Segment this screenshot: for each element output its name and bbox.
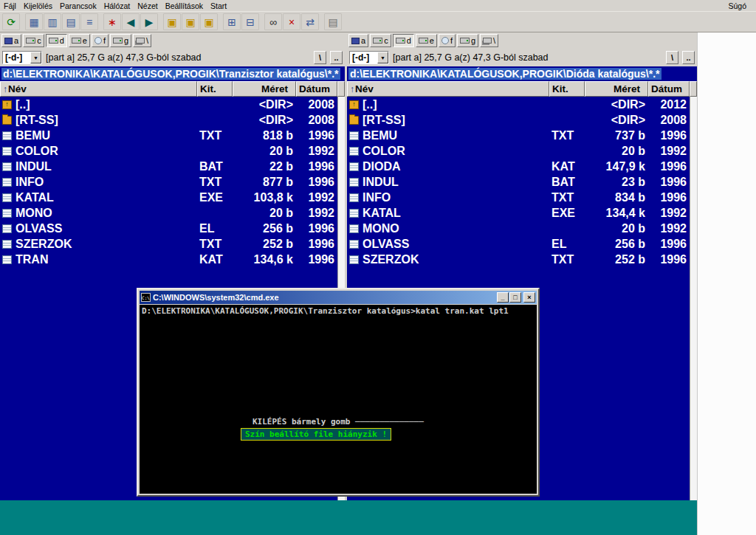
menu-item-beallitasok[interactable]: Beállítások xyxy=(162,1,207,10)
unpack-files-button[interactable]: ▣ xyxy=(182,13,199,30)
back-button[interactable]: ◀ xyxy=(122,13,140,30)
favorites-button[interactable]: ∗ xyxy=(103,13,121,30)
thumbnails-view-button[interactable]: ▦ xyxy=(25,13,43,30)
drive-button-d[interactable]: d xyxy=(393,34,414,47)
file-row[interactable]: KATALEXE103,8 k1992 xyxy=(0,190,337,205)
sort-reverse-button[interactable]: ⊟ xyxy=(241,13,259,30)
maximize-button[interactable]: □ xyxy=(509,292,521,303)
file-row[interactable]: BEMUTXT818 b1996 xyxy=(0,128,337,143)
file-row[interactable]: INFOTXT877 b1996 xyxy=(0,174,337,190)
root-dir-button[interactable]: \ xyxy=(314,51,326,64)
drive-button-network[interactable]: \ xyxy=(480,34,498,47)
left-drive-combo[interactable]: [-d-] ▼ xyxy=(2,51,42,64)
tree-view-button[interactable]: ≡ xyxy=(80,13,98,30)
drive-button-e[interactable]: e xyxy=(69,34,90,47)
up-dir-button[interactable]: .. xyxy=(330,51,343,64)
file-ext: KAT xyxy=(197,253,233,266)
file-date: 1996 xyxy=(296,176,337,189)
header-size[interactable]: Méret xyxy=(233,81,296,97)
menu-item-sugo[interactable]: Súgó xyxy=(724,1,750,10)
header-name[interactable]: ↑Név xyxy=(0,81,197,97)
file-row[interactable]: TRANKAT134,6 k1996 xyxy=(0,252,337,267)
drive-button-f[interactable]: f xyxy=(92,34,109,47)
menu-item-kijeloles[interactable]: Kijelölés xyxy=(20,1,56,10)
file-row[interactable]: MONO20 b1992 xyxy=(0,205,337,221)
drive-button-f[interactable]: f xyxy=(439,34,456,47)
file-row[interactable]: SZERZOKTXT252 b1996 xyxy=(0,236,337,252)
header-size[interactable]: Méret xyxy=(585,81,648,97)
disk-free-info: [part a] 25,7 G a(z) 47,3 G-ból szabad xyxy=(46,52,202,63)
file-icon xyxy=(349,178,359,187)
file-row[interactable]: ↑[..]<DIR>2012 xyxy=(347,97,690,112)
file-row[interactable]: MONO20 b1992 xyxy=(347,221,690,236)
refresh-button[interactable]: ⟳ xyxy=(2,13,20,30)
close-button[interactable]: × xyxy=(523,292,535,303)
file-name: KATAL xyxy=(16,191,54,204)
file-row[interactable]: INDULBAT22 b1996 xyxy=(0,159,337,174)
file-row[interactable]: [RT-SS]<DIR>2008 xyxy=(347,112,690,128)
chevron-down-icon[interactable]: ▼ xyxy=(30,52,41,63)
file-row[interactable]: OLVASSEL256 b1996 xyxy=(0,221,337,236)
test-archive-button[interactable]: ▣ xyxy=(200,13,218,30)
menu-item-nezet[interactable]: Nézet xyxy=(134,1,161,10)
list-view-button[interactable]: ▤ xyxy=(62,13,80,30)
forward-button[interactable]: ▶ xyxy=(140,13,158,30)
file-row[interactable]: BEMUTXT737 b1996 xyxy=(347,128,690,143)
cmd-title-bar[interactable]: C:\ C:\WINDOWS\system32\cmd.exe _ □ × xyxy=(140,291,537,304)
file-date: 1996 xyxy=(648,129,690,142)
delete-button[interactable]: × xyxy=(283,13,300,30)
drive-button-a[interactable]: a xyxy=(1,34,21,47)
root-dir-button[interactable]: \ xyxy=(666,51,678,64)
drive-button-c[interactable]: c xyxy=(23,34,44,47)
quick-view-button[interactable]: ▥ xyxy=(44,13,61,30)
header-date[interactable]: Dátum xyxy=(296,81,337,97)
file-name: MONO xyxy=(362,222,399,235)
right-path-bar[interactable]: d:\ELEKTRONIKA\KATALÓGUSOK,PROGIK\Dióda … xyxy=(347,66,697,81)
notepad-button[interactable]: ▤ xyxy=(324,13,342,30)
menu-item-fajl[interactable]: Fájl xyxy=(0,1,20,10)
menu-item-parancsok[interactable]: Parancsok xyxy=(56,1,100,10)
file-size: 834 b xyxy=(585,191,648,204)
background-area xyxy=(697,32,756,535)
file-row[interactable]: COLOR20 b1992 xyxy=(0,143,337,159)
menu-item-start[interactable]: Start xyxy=(207,1,230,10)
header-date[interactable]: Dátum xyxy=(648,81,690,97)
right-scrollbar[interactable] xyxy=(690,97,697,500)
console-output[interactable]: D:\ELEKTRONIKA\KATALÓGUSOK,PROGIK\Tranzi… xyxy=(140,305,537,494)
drive-button-d[interactable]: d xyxy=(46,34,67,47)
file-name: DIODA xyxy=(362,160,401,173)
file-row[interactable]: INFOTXT834 b1996 xyxy=(347,190,690,205)
header-ext[interactable]: Kit. xyxy=(549,81,585,97)
search-button[interactable]: ∞ xyxy=(264,13,282,30)
file-row[interactable]: SZERZOKTXT252 b1996 xyxy=(347,252,690,267)
file-ext: TXT xyxy=(549,129,585,142)
file-ext: EXE xyxy=(549,207,585,220)
pack-files-button[interactable]: ▣ xyxy=(163,13,181,30)
pack-files-icon: ▣ xyxy=(167,17,176,27)
file-row[interactable]: INDULBAT23 b1996 xyxy=(347,174,690,190)
file-row[interactable]: KATALEXE134,4 k1992 xyxy=(347,205,690,221)
drive-button-e[interactable]: e xyxy=(416,34,437,47)
drive-button-network[interactable]: \ xyxy=(133,34,151,47)
sync-dirs-button[interactable]: ⇄ xyxy=(301,13,319,30)
up-dir-button[interactable]: .. xyxy=(682,51,695,64)
file-row[interactable]: DIODAKAT147,9 k1996 xyxy=(347,159,690,174)
minimize-button[interactable]: _ xyxy=(497,292,509,303)
chevron-down-icon[interactable]: ▼ xyxy=(377,52,388,63)
menu-item-halozat[interactable]: Hálózat xyxy=(100,1,134,10)
file-row[interactable]: COLOR20 b1992 xyxy=(347,143,690,159)
left-path-bar[interactable]: d:\ELEKTRONIKA\KATALÓGUSOK,PROGIK\Tranzi… xyxy=(0,66,345,81)
file-row[interactable]: OLVASSEL256 b1996 xyxy=(347,236,690,252)
sort-numeric-button[interactable]: ⊞ xyxy=(223,13,241,30)
drive-button-a[interactable]: a xyxy=(348,34,368,47)
file-row[interactable]: ↑[..]<DIR>2008 xyxy=(0,97,337,112)
right-drive-combo[interactable]: [-d-] ▼ xyxy=(349,51,389,64)
drive-button-g[interactable]: g xyxy=(110,34,131,47)
drive-button-g[interactable]: g xyxy=(457,34,478,47)
header-name[interactable]: ↑Név xyxy=(347,81,549,97)
file-ext: KAT xyxy=(549,160,585,173)
drive-button-c[interactable]: c xyxy=(370,34,391,47)
file-row[interactable]: [RT-SS]<DIR>2008 xyxy=(0,112,337,128)
header-ext[interactable]: Kit. xyxy=(197,81,233,97)
file-size: 252 b xyxy=(585,253,648,266)
